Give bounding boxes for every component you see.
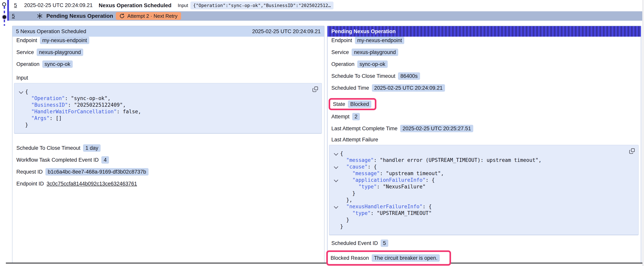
code-line: { [332,150,634,157]
blocked-reason-highlight-annotation: Blocked Reason The circuit breaker is op… [326,250,451,265]
field-schedule-to-close-timeout: Schedule To Close Timeout 1 day [16,144,324,152]
field-value-chip: sync-op-ok [357,61,388,68]
collapse-chevron-icon[interactable] [334,165,338,169]
code-line: } [332,216,634,223]
field-value-chip: nexus-playground [37,49,83,56]
field-value-chip: 86400s [398,72,420,80]
field-last-attempt-complete-time: Last Attempt Complete Time 2025-02-25 UT… [331,125,641,132]
event-id-link[interactable]: 5 [14,2,17,9]
nexus-asterisk-icon [37,13,43,19]
event-input-label: Input [178,3,188,8]
field-label: Operation [331,61,354,67]
timeline-open-circle-icon [2,2,6,6]
field-endpoint: Endpoint my-nexus-endpoint [16,37,324,44]
field-label: Endpoint [331,38,352,44]
field-label: Service [16,49,34,55]
field-label: Last Attempt Complete Time [331,126,398,132]
collapse-chevron-icon[interactable] [334,178,338,182]
field-label: Scheduled Time [331,85,369,91]
retry-badge-label: Attempt 2 · Next Retry [127,13,177,19]
field-label: Scheduled Event ID [331,240,378,246]
timeline-filled-dot-icon [2,15,6,19]
field-label: Workflow Task Completed Event ID [16,157,99,163]
field-value-chip: 2025-02-25 UTC 20:24:09.21 [372,84,445,92]
field-attempt: Attempt 2 [331,113,641,120]
blocked-reason-value-chip: The circuit breaker is open. [372,254,440,262]
field-blocked-reason: Blocked Reason The circuit breaker is op… [330,254,440,262]
pending-operation-header: Pending Nexus Operation [328,26,641,37]
code-line: "Operation": "sync-op-ok", [17,95,318,102]
collapse-chevron-icon[interactable] [19,90,24,94]
field-operation: Operation sync-op-ok [16,61,324,68]
state-highlight-annotation: State Blocked [329,98,376,110]
field-label: Operation [16,61,40,67]
code-line: }, [332,197,634,203]
field-service: Service nexus-playground [16,49,324,56]
code-line: "message": "upstream timeout", [332,170,634,177]
field-workflow-task-completed-event-id: Workflow Task Completed Event ID 4 [16,156,324,164]
event-row-pending-selected[interactable]: 5 Pending Nexus Operation Attempt 2 · Ne… [9,11,643,21]
input-json-viewer: { "Operation": "sync-op-ok", "BusinessID… [14,83,322,134]
field-state: State Blocked [333,100,371,108]
collapse-chevron-icon[interactable] [334,204,338,209]
event-row-scheduled[interactable]: 5 2025-02-25 UTC 20:24:09.21 Nexus Opera… [9,0,642,11]
state-value-chip: Blocked [348,100,371,108]
event-detail-header: 5 Nexus Operation Scheduled 2025-02-25 U… [12,26,324,37]
code-line: "Args": [] [17,115,318,122]
pending-operation-panel: Pending Nexus Operation Endpoint my-nexu… [327,26,641,263]
field-value-chip: my-nexus-endpoint [355,37,404,44]
code-line: "message": "handler error (UPSTREAM_TIME… [332,157,634,163]
field-endpoint: Endpoint my-nexus-endpoint [331,37,641,44]
code-line: "type": "UPSTREAM_TIMEOUT" [332,210,634,216]
selected-event-indicator-bar [7,0,9,21]
field-label: Endpoint ID [16,181,44,187]
field-label: Service [331,49,349,55]
copy-icon[interactable] [312,86,318,92]
event-title: Nexus Operation Scheduled [99,2,171,9]
code-line: "type": "NexusFailure" [332,183,634,190]
field-label: Schedule To Close Timeout [331,73,395,79]
field-label: Attempt [331,114,350,120]
endpoint-id-link[interactable]: 3c0c75ccfa8144b092c13ce632463761 [46,181,137,187]
field-operation: Operation sync-op-ok [331,61,641,68]
field-value-chip: my-nexus-endpoint [40,37,90,44]
code-line: "HandlerWaitForCancellation": false, [17,108,318,115]
event-detail-header-title: 5 Nexus Operation Scheduled [16,29,86,35]
event-detail-panel: 5 Nexus Operation Scheduled 2025-02-25 U… [12,26,324,263]
field-label: Request ID [16,169,43,175]
field-value-chip: b1c6a4bc-8ee7-468a-9169-df3b02c8737b [46,168,148,175]
container-bottom-border [6,263,642,263]
failure-json-viewer: { "message": "handler error (UPSTREAM_TI… [329,145,638,235]
field-label: Endpoint [16,38,37,44]
scrollbar-track[interactable] [642,0,644,266]
retry-status-badge: Attempt 2 · Next Retry [116,12,181,20]
collapse-chevron-icon[interactable] [334,151,338,156]
event-detail-header-time: 2025-02-25 UTC 20:24:09.21 [252,29,321,35]
code-line: } [332,190,634,197]
field-value-chip: 4 [101,156,109,164]
pending-event-title: Pending Nexus Operation [46,13,113,19]
field-label: Blocked Reason [330,255,369,261]
last-attempt-failure-label: Last Attempt Failure [331,137,641,143]
field-scheduled-time: Scheduled Time 2025-02-25 UTC 20:24:09.2… [331,84,641,92]
event-input-preview-chip: {"Operation":"sync-op-ok","BusinessID":"… [190,2,334,9]
field-service: Service nexus-playground [331,49,641,56]
field-value-chip: 2025-02-25 UTC 20:25:27.51 [400,125,473,132]
field-value-chip: 2 [352,113,360,120]
code-line: { [17,88,318,95]
event-timestamp: 2025-02-25 UTC 20:24:09.21 [24,2,92,9]
copy-icon[interactable] [629,148,635,154]
field-value-chip: sync-op-ok [42,61,73,68]
retry-icon [119,13,125,19]
code-line: "cause": { [332,163,634,170]
field-label: State [333,101,345,107]
code-line: "BusinessID": "20250225122409", [17,102,318,108]
code-line: } [332,223,634,230]
code-line: } [17,122,318,128]
event-id-link[interactable]: 5 [12,13,15,19]
field-endpoint-id: Endpoint ID 3c0c75ccfa8144b092c13ce63246… [16,180,324,187]
code-line: "nexusHandlerFailureInfo": { [332,203,634,210]
field-schedule-to-close-timeout: Schedule To Close Timeout 86400s [331,72,641,80]
field-label: Schedule To Close Timeout [16,145,80,151]
pending-operation-header-title: Pending Nexus Operation [331,29,396,35]
